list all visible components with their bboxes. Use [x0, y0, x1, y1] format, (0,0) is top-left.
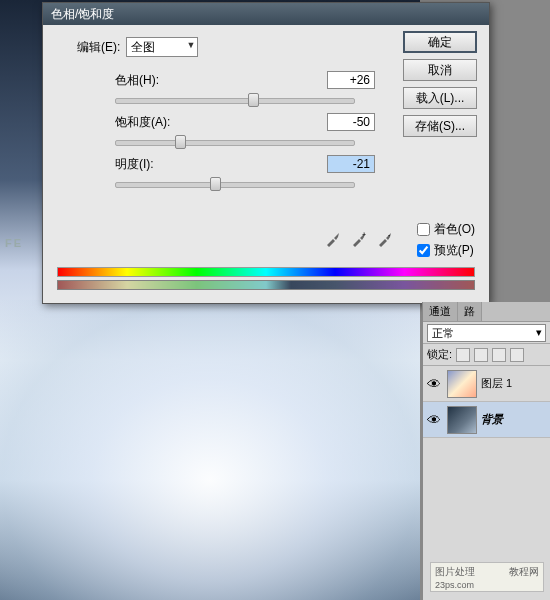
visibility-icon[interactable]: 👁	[425, 412, 443, 428]
hue-label: 色相(H):	[115, 72, 159, 89]
lightness-slider[interactable]	[115, 175, 355, 193]
saturation-thumb[interactable]	[175, 135, 186, 149]
eyedropper-add-icon[interactable]: +	[351, 231, 367, 247]
svg-text:+: +	[362, 231, 366, 238]
layer-thumbnail	[447, 406, 477, 434]
tab-paths[interactable]: 路	[458, 302, 482, 321]
lock-transparent-icon[interactable]	[456, 348, 470, 362]
layer-name[interactable]: 背景	[481, 412, 503, 427]
ok-button[interactable]: 确定	[403, 31, 477, 53]
layer-thumbnail	[447, 370, 477, 398]
save-button[interactable]: 存储(S)...	[403, 115, 477, 137]
cancel-button[interactable]: 取消	[403, 59, 477, 81]
watermark: 图片处理 教程网 23ps.com	[430, 562, 544, 592]
eyedropper-icon[interactable]	[325, 231, 341, 247]
hue-thumb[interactable]	[248, 93, 259, 107]
lightness-input[interactable]: -21	[327, 155, 375, 173]
saturation-label: 饱和度(A):	[115, 114, 170, 131]
spectrum-bottom	[57, 280, 475, 290]
layer-row[interactable]: 👁 背景	[423, 402, 550, 438]
colorize-label: 着色(O)	[434, 221, 475, 238]
lightness-label: 明度(I):	[115, 156, 154, 173]
blend-mode-dropdown[interactable]: 正常	[427, 324, 546, 342]
edit-label: 编辑(E):	[77, 39, 120, 56]
canvas-text: FE	[5, 237, 23, 249]
lock-paint-icon[interactable]	[474, 348, 488, 362]
preview-checkbox[interactable]	[417, 244, 430, 257]
layer-row[interactable]: 👁 图层 1	[423, 366, 550, 402]
preview-label: 预览(P)	[434, 242, 474, 259]
load-button[interactable]: 载入(L)...	[403, 87, 477, 109]
tab-channels[interactable]: 通道	[423, 302, 458, 321]
hue-slider[interactable]	[115, 91, 355, 109]
visibility-icon[interactable]: 👁	[425, 376, 443, 392]
lock-label: 锁定:	[427, 347, 452, 362]
spectrum-top	[57, 267, 475, 277]
eyedropper-subtract-icon[interactable]: -	[377, 231, 393, 247]
hue-saturation-dialog: 色相/饱和度 编辑(E): 全图 色相(H): +26 饱和度(A): -50	[42, 2, 490, 304]
hue-input[interactable]: +26	[327, 71, 375, 89]
layer-name[interactable]: 图层 1	[481, 376, 512, 391]
saturation-input[interactable]: -50	[327, 113, 375, 131]
colorize-checkbox[interactable]	[417, 223, 430, 236]
saturation-slider[interactable]	[115, 133, 355, 151]
lock-move-icon[interactable]	[492, 348, 506, 362]
lightness-thumb[interactable]	[210, 177, 221, 191]
edit-dropdown[interactable]: 全图	[126, 37, 198, 57]
lock-all-icon[interactable]	[510, 348, 524, 362]
spectrum-bars	[57, 267, 475, 291]
dialog-title: 色相/饱和度	[43, 3, 489, 25]
layers-panel: 通道 路 正常 锁定: 👁 图层 1 👁 背景	[422, 302, 550, 600]
